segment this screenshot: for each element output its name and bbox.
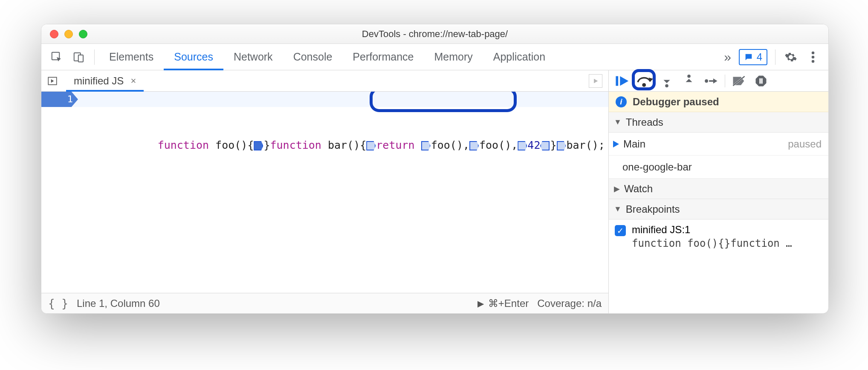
- breakpoint-marker-icon[interactable]: [469, 141, 479, 150]
- svg-point-3: [812, 51, 815, 54]
- paused-label: Debugger paused: [633, 96, 719, 108]
- step-into-button[interactable]: [657, 72, 677, 90]
- file-tab-minified-js[interactable]: minified JS ×: [66, 70, 144, 92]
- section-breakpoints[interactable]: ▼ Breakpoints: [609, 199, 828, 220]
- window-title: DevTools - chrome://new-tab-page/: [41, 29, 828, 40]
- section-threads[interactable]: ▼ Threads: [609, 112, 828, 133]
- svg-rect-13: [761, 78, 763, 84]
- breakpoint-preview: function foo(){}function …: [632, 237, 792, 249]
- svg-rect-12: [759, 78, 761, 84]
- issues-badge[interactable]: 4: [739, 49, 767, 65]
- info-icon: i: [616, 96, 627, 107]
- svg-point-4: [812, 55, 815, 58]
- section-watch[interactable]: ▶ Watch: [609, 179, 828, 199]
- traffic-lights: [50, 30, 87, 38]
- tab-memory[interactable]: Memory: [424, 44, 483, 70]
- breakpoint-marker-icon[interactable]: [254, 141, 263, 150]
- breakpoint-item[interactable]: ✓ minified JS:1 function foo(){}function…: [615, 224, 822, 249]
- breakpoint-marker-icon[interactable]: [518, 141, 527, 150]
- breakpoint-marker-icon[interactable]: [557, 141, 566, 150]
- chevron-right-icon: ▶: [614, 184, 620, 194]
- minimize-window-button[interactable]: [64, 30, 73, 38]
- step-over-button[interactable]: [634, 72, 655, 90]
- navigator-toggle-icon[interactable]: [45, 73, 60, 89]
- divider: [775, 49, 775, 65]
- breakpoint-marker-icon[interactable]: [366, 141, 376, 150]
- tabs-overflow-button[interactable]: »: [718, 48, 737, 66]
- content-area: minified JS × 1 function foo(){}function…: [41, 70, 828, 313]
- breakpoint-marker-icon[interactable]: [421, 141, 431, 150]
- zoom-window-button[interactable]: [79, 30, 87, 38]
- svg-point-8: [642, 83, 646, 87]
- pretty-print-icon[interactable]: { }: [48, 297, 68, 310]
- tab-performance[interactable]: Performance: [342, 44, 424, 70]
- devtools-tabs: Elements Sources Network Console Perform…: [41, 44, 828, 70]
- resume-button[interactable]: [612, 72, 633, 90]
- debugger-toolbar: [609, 70, 828, 92]
- step-out-button[interactable]: [679, 72, 699, 90]
- tab-elements[interactable]: Elements: [99, 44, 164, 70]
- svg-point-10: [687, 75, 691, 78]
- source-editor[interactable]: 1 function foo(){}function bar(){return …: [41, 92, 608, 293]
- tab-sources[interactable]: Sources: [164, 44, 223, 70]
- debugger-paused-banner: i Debugger paused: [609, 92, 828, 112]
- file-tab-close-icon[interactable]: ×: [130, 75, 136, 87]
- breakpoints-list: ✓ minified JS:1 function foo(){}function…: [609, 220, 828, 255]
- run-hint: ▶ ⌘+Enter: [477, 298, 529, 309]
- file-tab-strip: minified JS ×: [41, 70, 608, 92]
- device-toolbar-icon[interactable]: [69, 48, 88, 66]
- sources-left-pane: minified JS × 1 function foo(){}function…: [41, 70, 609, 313]
- deactivate-breakpoints-button[interactable]: [729, 72, 749, 90]
- more-menu-icon[interactable]: [804, 48, 822, 66]
- svg-point-5: [812, 60, 815, 63]
- coverage-status: Coverage: n/a: [537, 298, 602, 309]
- pause-on-exceptions-button[interactable]: [751, 72, 771, 90]
- debugger-pane: i Debugger paused ▼ Threads Main paused …: [609, 70, 828, 313]
- svg-rect-2: [78, 55, 83, 62]
- svg-rect-7: [616, 76, 618, 86]
- tab-console[interactable]: Console: [283, 44, 343, 70]
- tab-application[interactable]: Application: [483, 44, 556, 70]
- close-window-button[interactable]: [50, 30, 58, 38]
- run-snippet-icon[interactable]: [589, 74, 602, 88]
- breakpoint-location: minified JS:1: [632, 224, 792, 236]
- svg-point-11: [705, 79, 708, 83]
- editor-statusbar: { } Line 1, Column 60 ▶ ⌘+Enter Coverage…: [41, 293, 608, 313]
- chevron-down-icon: ▼: [614, 205, 622, 214]
- breakpoint-checkbox[interactable]: ✓: [615, 225, 626, 236]
- line-number-gutter[interactable]: 1: [41, 92, 78, 107]
- issues-count: 4: [757, 51, 762, 63]
- tab-network[interactable]: Network: [223, 44, 283, 70]
- inspect-icon[interactable]: [47, 48, 66, 66]
- divider: [94, 49, 95, 65]
- settings-gear-icon[interactable]: [781, 48, 800, 66]
- thread-row-main[interactable]: Main paused: [609, 133, 828, 156]
- breakpoint-marker-icon[interactable]: [540, 141, 550, 150]
- thread-row-one-google-bar[interactable]: one-google-bar: [609, 156, 828, 179]
- file-tab-label: minified JS: [74, 75, 124, 87]
- step-button[interactable]: [701, 72, 721, 90]
- svg-point-9: [665, 84, 668, 87]
- source-line-1: function foo(){}function bar(){return fo…: [81, 92, 605, 107]
- cursor-position: Line 1, Column 60: [77, 298, 160, 309]
- chevron-down-icon: ▼: [614, 118, 622, 127]
- devtools-window: DevTools - chrome://new-tab-page/ Elemen…: [41, 24, 829, 314]
- titlebar: DevTools - chrome://new-tab-page/: [41, 24, 828, 44]
